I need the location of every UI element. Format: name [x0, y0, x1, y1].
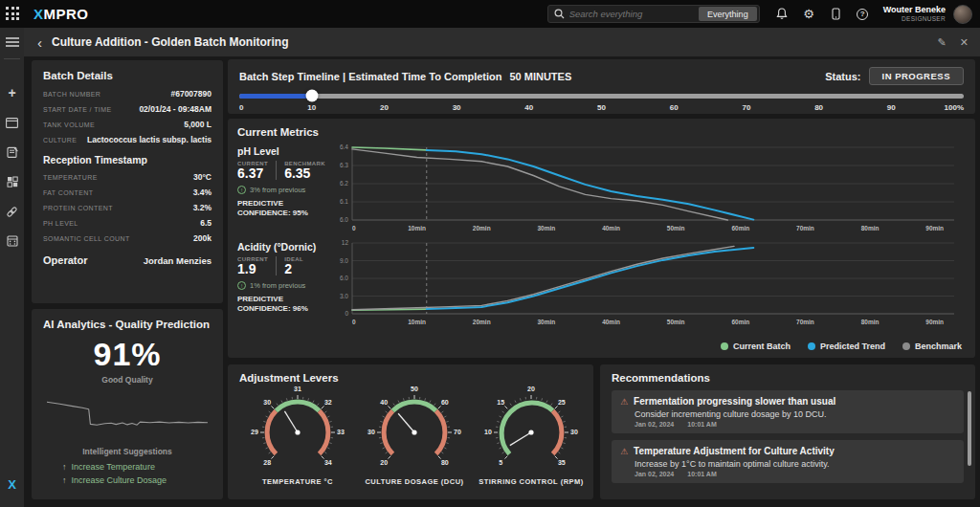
- stirring-control-gauge: 5101520253035STIRRING CONTROL (RPM): [473, 386, 590, 486]
- suggestion-item[interactable]: ↑Increase Temperature: [62, 461, 212, 474]
- bell-icon[interactable]: [775, 7, 790, 21]
- timeline-tick: 50: [597, 103, 606, 112]
- operator-row: Operator Jordan Menzies: [43, 254, 212, 266]
- detail-row: START DATE / TIME02/01/24 - 09:48AM: [43, 104, 212, 114]
- slider-track[interactable]: [239, 94, 964, 99]
- gear-icon[interactable]: ⚙: [802, 7, 816, 21]
- back-icon[interactable]: ‹: [37, 35, 42, 50]
- svg-text:50min: 50min: [667, 225, 685, 231]
- search-scope-button[interactable]: Everything: [699, 7, 757, 21]
- user-block[interactable]: Wouter Beneke DESIGNUSER: [883, 6, 946, 22]
- svg-text:5: 5: [499, 459, 502, 466]
- status-badge[interactable]: IN PROGRESS: [869, 67, 965, 85]
- timeline-slider[interactable]: [239, 89, 964, 102]
- slider-handle[interactable]: [305, 90, 318, 102]
- svg-text:12: 12: [342, 239, 349, 246]
- svg-text:6.3: 6.3: [340, 162, 348, 168]
- timeline-tick: 40: [524, 103, 533, 112]
- avatar[interactable]: [953, 5, 972, 24]
- mobile-icon[interactable]: [829, 7, 843, 21]
- timeline-tick: 0: [239, 103, 243, 112]
- ph-info: pH Level CURRENT 6.37 BENCHMARK 6.35 ↑ 3…: [237, 142, 327, 233]
- recommendations-scrollbar[interactable]: [968, 391, 971, 466]
- svg-text:6.0: 6.0: [340, 216, 348, 223]
- ai-analytics-title: AI Analytics - Quality Prediction: [43, 319, 212, 330]
- plus-icon[interactable]: +: [6, 86, 19, 99]
- svg-text:32: 32: [324, 399, 332, 406]
- xmpro-brand-icon[interactable]: X: [8, 477, 16, 492]
- svg-text:50: 50: [411, 386, 418, 392]
- help-icon[interactable]: ?: [856, 7, 870, 21]
- recommendation-card[interactable]: ⚠Temperature Adjustment for Culture Acti…: [612, 440, 964, 483]
- metric-delta: 3% from previous: [250, 186, 305, 194]
- search-input[interactable]: [569, 9, 694, 19]
- dashboard-icon[interactable]: [6, 175, 19, 188]
- slider-progress-fill: [239, 94, 312, 99]
- svg-text:10: 10: [484, 429, 492, 435]
- link-icon[interactable]: [6, 205, 19, 218]
- svg-text:3.0: 3.0: [340, 293, 348, 299]
- quality-value: 91%: [43, 336, 212, 373]
- svg-text:70: 70: [454, 429, 461, 435]
- up-arrow-icon: ↑: [62, 462, 67, 472]
- svg-text:20: 20: [527, 386, 535, 392]
- legend-item[interactable]: Current Batch: [721, 342, 791, 351]
- navbar: ‹ Culture Addition - Golden Batch Monito…: [24, 28, 980, 57]
- recommendation-body: Increase by 1°C to maintain optimal cult…: [635, 459, 955, 469]
- nav-actions: ✎ ✕: [938, 36, 969, 49]
- recommendation-meta: Jan 02, 202410:01 AM: [635, 421, 955, 428]
- search-box[interactable]: Everything: [547, 5, 760, 23]
- svg-text:30: 30: [368, 429, 375, 435]
- quality-subtitle: Good Quality: [43, 375, 212, 385]
- recommendation-card[interactable]: ⚠Fermentation progressing slower than us…: [612, 390, 964, 433]
- detail-value: 5,000 L: [184, 120, 212, 129]
- user-role: DESIGNUSER: [883, 15, 946, 22]
- detail-value: 6.5: [200, 218, 212, 228]
- metric-name: pH Level: [237, 145, 327, 157]
- close-icon[interactable]: ✕: [960, 36, 969, 49]
- svg-text:60min: 60min: [731, 319, 749, 325]
- sidebar: + X: [0, 28, 24, 507]
- suggestions-list: ↑Increase Temperature↑Increase Culture D…: [43, 461, 212, 488]
- legend-dot: [721, 342, 728, 350]
- svg-text:50min: 50min: [667, 319, 685, 325]
- detail-label: SOMANTIC CELL COUNT: [43, 235, 130, 242]
- legend-item[interactable]: Predicted Trend: [808, 342, 885, 351]
- warning-icon: ⚠: [620, 447, 628, 456]
- timeline-tick: 30: [453, 103, 461, 112]
- app-grid-icon[interactable]: [6, 7, 20, 21]
- calculator-icon[interactable]: [6, 234, 19, 248]
- legend-item[interactable]: Benchmark: [902, 342, 962, 351]
- gauge-caption: STIRRING CONTROL (RPM): [473, 477, 590, 486]
- detail-label: TANK VOLUME: [43, 121, 95, 128]
- legend-dot: [808, 342, 815, 350]
- svg-text:34: 34: [324, 459, 332, 466]
- edit-icon[interactable]: ✎: [938, 36, 947, 49]
- gauges-row: 28293031323334TEMPERATURE °C 20304050607…: [239, 386, 582, 486]
- metric-primary-value: 6.37: [237, 166, 268, 181]
- detail-row: BATCH NUMBER#67007890: [43, 89, 212, 99]
- svg-text:70min: 70min: [796, 319, 814, 325]
- temperature-gauge: 28293031323334TEMPERATURE °C: [239, 386, 356, 486]
- svg-text:40min: 40min: [602, 225, 620, 231]
- topbar-icons: ⚙ ?: [775, 7, 870, 21]
- timeline-status: Status: IN PROGRESS: [825, 67, 964, 85]
- timeline-tick: 100%: [945, 103, 964, 112]
- svg-text:80min: 80min: [861, 225, 880, 231]
- suggestion-item[interactable]: ↑Increase Culture Dosage: [62, 474, 212, 488]
- timeline-ticks: 0102030405060708090100%: [239, 103, 964, 113]
- svg-text:35: 35: [558, 459, 566, 466]
- menu-icon[interactable]: [6, 35, 19, 49]
- timeline-tick: 70: [742, 103, 750, 112]
- search-icon: [554, 9, 565, 19]
- quality-trend-sparkline: [46, 392, 209, 438]
- svg-text:30min: 30min: [538, 319, 556, 325]
- topbar: XMPRO Everything ⚙ ? Wouter Beneke DESIG…: [0, 0, 980, 28]
- window-icon[interactable]: [6, 116, 19, 129]
- detail-row: PH LEVEL6.5: [43, 218, 212, 228]
- xmpro-logo: XMPRO: [33, 6, 89, 22]
- status-label: Status:: [825, 71, 860, 82]
- clipboard-icon[interactable]: [6, 145, 19, 159]
- reception-title: Reception Timestamp: [43, 154, 212, 165]
- svg-text:6.4: 6.4: [340, 143, 348, 150]
